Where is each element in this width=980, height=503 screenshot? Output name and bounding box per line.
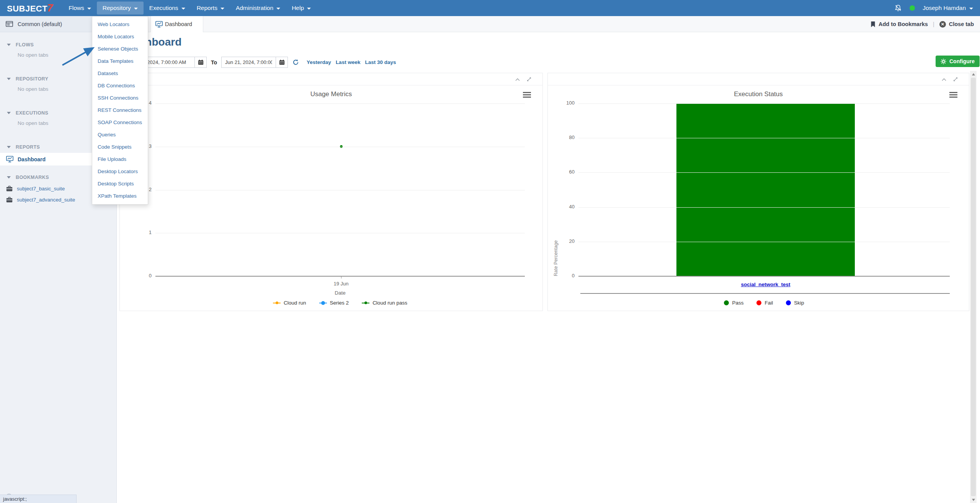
quick-link-yesterday[interactable]: Yesterday (307, 59, 331, 65)
menu-item-db-connections[interactable]: DB Connections (92, 80, 148, 92)
y-tick-label: 20 (559, 238, 575, 244)
tab-dashboard[interactable]: Dashboard (150, 16, 203, 32)
menu-item-data-templates[interactable]: Data Templates (92, 55, 148, 67)
date-from-calendar-button[interactable] (194, 57, 207, 68)
refresh-button[interactable] (292, 59, 299, 66)
usage-metrics-panel: Usage Metrics 19 Jun Date Cloud run Seri… (119, 73, 543, 311)
y-axis-title: Rate Percentage (553, 103, 559, 276)
date-range-controls: To Yesterday Last week Last 30 days (126, 57, 396, 68)
legend-marker (786, 300, 791, 305)
briefcase-icon (6, 197, 13, 203)
y-tick-label: 40 (559, 204, 575, 210)
caret-down-icon (276, 8, 280, 10)
bookmark-label: subject7_basic_suite (17, 186, 65, 192)
nav-menu-administration[interactable]: Administration (230, 2, 286, 15)
gear-icon (941, 59, 946, 64)
panel-header (120, 73, 542, 85)
nav-menu-executions[interactable]: Executions (144, 2, 191, 15)
chevron-down-icon (7, 176, 11, 179)
menu-item-ssh-connections[interactable]: SSH Connections (92, 92, 148, 104)
section-label: BOOKMARKS (16, 175, 49, 180)
nav-menu-label: Flows (69, 5, 84, 11)
logo-text: SUBJECT (7, 4, 47, 14)
chart-menu-icon[interactable] (523, 92, 531, 99)
workspace-name: Common (default) (18, 21, 62, 27)
configure-label: Configure (949, 58, 975, 64)
chevron-down-icon (7, 78, 11, 80)
legend-item-series-2[interactable]: Series 2 (319, 300, 349, 306)
menu-item-xpath-templates[interactable]: XPath Templates (92, 190, 148, 202)
y-tick-label: 0 (559, 273, 575, 279)
configure-button[interactable]: Configure (936, 56, 980, 67)
pass-bar[interactable] (676, 103, 855, 276)
execution-status-chart: Execution Status Rate Percentage social_… (548, 85, 969, 311)
quick-link-last-30-days[interactable]: Last 30 days (365, 59, 396, 65)
legend-item-fail[interactable]: Fail (756, 300, 773, 306)
gridline (578, 276, 950, 277)
legend-item-skip[interactable]: Skip (786, 300, 804, 306)
chevron-down-icon (7, 146, 11, 148)
nav-menu-reports[interactable]: Reports (191, 2, 230, 15)
add-to-bookmarks-button[interactable]: Add to Bookmarks (871, 21, 928, 28)
caret-down-icon (307, 8, 311, 10)
line-plot-area: 19 Jun Date Cloud run Series 2 Cloud run… (155, 103, 525, 276)
scrollbar-thumb[interactable] (971, 78, 976, 496)
expand-panel-icon[interactable] (526, 77, 532, 83)
top-navbar: SUBJECT 7 Flows Repository Executions Re… (0, 0, 980, 16)
chevron-down-icon (7, 44, 11, 46)
briefcase-icon (6, 186, 13, 192)
notifications-bell-slash-icon[interactable] (894, 4, 902, 12)
menu-item-desktop-scripts[interactable]: Desktop Scripts (92, 178, 148, 190)
legend-label: Series 2 (330, 300, 349, 306)
bar-plot-area: Rate Percentage social_network_test Pass… (578, 103, 950, 276)
legend-item-cloud-run-pass[interactable]: Cloud run pass (362, 300, 407, 306)
refresh-icon (292, 59, 299, 66)
category-link-social-network-test[interactable]: social_network_test (708, 282, 823, 287)
user-name: Joseph Hamdan (923, 5, 966, 11)
quick-link-last-week[interactable]: Last week (336, 59, 361, 65)
user-menu[interactable]: Joseph Hamdan (923, 5, 973, 11)
caret-down-icon (87, 8, 91, 10)
menu-item-web-locators[interactable]: Web Locators (92, 18, 148, 31)
nav-menu-repository[interactable]: Repository (97, 2, 144, 15)
chart-menu-icon[interactable] (949, 92, 957, 99)
menu-item-datasets[interactable]: Datasets (92, 67, 148, 80)
menu-item-rest-connections[interactable]: REST Connections (92, 104, 148, 116)
expand-panel-icon[interactable] (953, 77, 958, 83)
menu-item-queries[interactable]: Queries (92, 129, 148, 141)
workspace-icon (6, 21, 13, 27)
menu-item-mobile-locators[interactable]: Mobile Locators (92, 31, 148, 43)
collapse-panel-icon[interactable] (515, 77, 520, 83)
chart-title: Execution Status (548, 90, 969, 98)
menu-item-code-snippets[interactable]: Code Snippets (92, 141, 148, 153)
menu-item-file-uploads[interactable]: File Uploads (92, 153, 148, 165)
close-tab-button[interactable]: ✕ Close tab (939, 21, 974, 28)
gridline (578, 242, 950, 242)
collapse-panel-icon[interactable] (941, 77, 947, 83)
user-presence-dot (910, 5, 915, 11)
repository-dropdown-menu: Web Locators Mobile Locators Selenese Ob… (92, 16, 148, 205)
menu-item-desktop-locators[interactable]: Desktop Locators (92, 165, 148, 178)
legend-marker (724, 300, 729, 305)
scroll-up-arrow[interactable] (970, 71, 977, 77)
scroll-down-arrow[interactable] (970, 496, 977, 503)
nav-menu-label: Help (292, 5, 304, 11)
dashboard-monitor-icon (155, 21, 163, 28)
nav-menu-flows[interactable]: Flows (63, 2, 96, 15)
menu-item-soap-connections[interactable]: SOAP Connections (92, 116, 148, 129)
nav-menu-help[interactable]: Help (286, 2, 317, 15)
usage-metrics-chart: Usage Metrics 19 Jun Date Cloud run Seri… (120, 85, 542, 311)
execution-status-panel: Execution Status Rate Percentage social_… (547, 73, 969, 311)
date-to-calendar-button[interactable] (276, 57, 288, 68)
close-icon: ✕ (939, 21, 946, 28)
gridline (155, 276, 525, 277)
legend-item-pass[interactable]: Pass (724, 300, 743, 306)
date-to-input[interactable] (221, 57, 276, 68)
nav-menu-label: Reports (197, 5, 217, 11)
browser-status-bar: javascript:; (0, 495, 77, 503)
app-logo[interactable]: SUBJECT 7 (7, 2, 53, 14)
legend-item-cloud-run[interactable]: Cloud run (273, 300, 306, 306)
tab-label: Dashboard (165, 21, 192, 27)
vertical-scrollbar[interactable] (970, 71, 977, 503)
menu-item-selenese-objects[interactable]: Selenese Objects (92, 43, 148, 55)
